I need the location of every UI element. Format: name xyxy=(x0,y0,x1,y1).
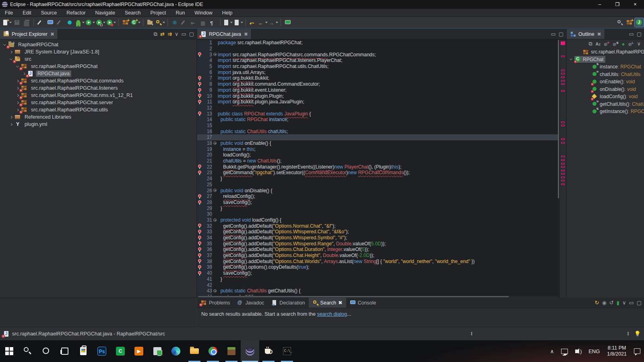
chevron-down-icon[interactable] xyxy=(16,64,19,67)
dropdown-arrow-icon[interactable] xyxy=(276,22,278,23)
ruler-error-marker[interactable] xyxy=(561,56,565,57)
java-editor-button[interactable] xyxy=(283,18,292,27)
chevron-right-icon[interactable] xyxy=(16,79,19,82)
ruler-error-marker[interactable] xyxy=(561,159,565,161)
taskbar-chrome-icon[interactable] xyxy=(204,340,222,362)
dropdown-arrow-icon[interactable] xyxy=(138,22,140,23)
ruler-error-marker[interactable] xyxy=(561,138,565,140)
run-button[interactable] xyxy=(85,18,95,27)
menu-item-navigate[interactable]: Navigate xyxy=(91,9,120,16)
ruler-error-marker[interactable] xyxy=(561,83,565,85)
dropdown-arrow-icon[interactable] xyxy=(241,22,243,23)
code-line-28[interactable]: 28 saveConfig(); xyxy=(197,200,559,206)
taskbar-java-icon[interactable] xyxy=(259,340,278,362)
maximize-icon[interactable]: ▢ xyxy=(637,31,642,37)
dropdown-arrow-icon[interactable] xyxy=(93,22,95,23)
show-whitespace-button[interactable]: ¶ xyxy=(209,18,218,27)
sort-az-icon[interactable]: AZ xyxy=(596,42,601,46)
overview-ruler[interactable] xyxy=(559,40,566,298)
hide-local-types-icon[interactable]: ⊘L xyxy=(628,41,634,47)
close-window-button[interactable]: × xyxy=(626,0,644,9)
pin-icon[interactable]: ▮ xyxy=(617,300,619,306)
chevron-down-icon[interactable] xyxy=(570,58,572,60)
menu-item-source[interactable]: Source xyxy=(36,9,62,16)
fold-marker-icon[interactable] xyxy=(212,140,218,146)
code-line-35[interactable]: 35 getConfig().addDefault("Options.Whisp… xyxy=(197,241,559,247)
taskbar-camtasia-icon[interactable]: C xyxy=(111,340,130,362)
back-button[interactable]: ← xyxy=(258,18,268,27)
tree-item-jre-system-library-javase-1-8-[interactable]: JRE System Library [JavaSE-1.8] xyxy=(0,48,196,56)
taskbar-eclipse-icon[interactable] xyxy=(241,340,259,362)
tree-item-src-raphael-raphaelrpgchat-server[interactable]: ×src.raphael.RaphaelRPGChat.server xyxy=(0,99,196,106)
coverage-button[interactable] xyxy=(65,18,74,27)
dropdown-arrow-icon[interactable] xyxy=(163,22,165,23)
maximize-icon[interactable]: ▢ xyxy=(189,31,194,37)
debug-server-button[interactable] xyxy=(46,18,55,27)
link-editor-icon[interactable]: ⇄ xyxy=(160,31,165,37)
code-line-31[interactable]: 31 protected void loadConfig() { xyxy=(197,217,559,223)
tips-lightbulb-icon[interactable]: 💡 xyxy=(634,331,641,337)
code-line-13[interactable]: 13public class RPGChat extends JavaPlugi… xyxy=(197,111,559,117)
menu-item-edit[interactable]: Edit xyxy=(18,9,36,16)
save-all-button[interactable] xyxy=(22,18,31,27)
tab-outline[interactable]: Outline ✖ xyxy=(567,29,605,39)
tab-javadoc[interactable]: @Javadoc xyxy=(234,298,268,308)
code-line-12[interactable]: 12 xyxy=(197,105,559,111)
code-line-27[interactable]: 27 reloadConfig(); xyxy=(197,193,559,200)
code-line-18[interactable]: 18 public void onEnable() { xyxy=(197,140,559,146)
tray-chevron-icon[interactable]: ∧ xyxy=(547,340,558,362)
outline-item-instance[interactable]: Sinstance : RPGChat xyxy=(567,63,644,71)
menu-item-project[interactable]: Project xyxy=(146,9,171,16)
tree-item-src-raphael-raphaelrpgchat-utils[interactable]: ×src.raphael.RaphaelRPGChat.utils xyxy=(0,106,196,113)
code-line-39[interactable]: 39 getConfig().options().copyDefaults(tr… xyxy=(197,264,559,270)
outline-item-getchatutils-[interactable]: SgetChatUtils() : ChatUtils xyxy=(567,101,644,108)
close-icon[interactable]: ✖ xyxy=(50,31,54,37)
view-menu-icon[interactable]: ∨ xyxy=(622,300,626,306)
outline-item-chatutils[interactable]: SchatUtils : ChatUtils xyxy=(567,71,644,78)
language-indicator[interactable]: ENG xyxy=(585,340,603,362)
chevron-right-icon[interactable] xyxy=(10,50,12,53)
block-select-button[interactable]: ▦ xyxy=(199,18,208,27)
tab-problems[interactable]: ×Problems xyxy=(197,298,234,308)
code-line-15[interactable]: 15 xyxy=(197,123,559,129)
minimize-icon[interactable]: ▭ xyxy=(181,31,186,37)
tree-item-raphaelrpgchat[interactable]: ×RaphaelRPGChat xyxy=(0,41,196,48)
code-line-9[interactable]: 9import org.bukkit.event.Listener; xyxy=(197,87,559,93)
taskbar-file-explorer-icon[interactable] xyxy=(185,340,204,362)
taskbar-media-player-icon[interactable]: ▶ xyxy=(130,340,148,362)
code-line-42[interactable]: 42 xyxy=(197,282,559,288)
hide-static-icon[interactable]: ⊘S xyxy=(613,41,619,47)
taskbar-photoshop-icon[interactable]: Ps xyxy=(93,340,111,362)
code-line-17[interactable]: 17 xyxy=(197,134,559,140)
menu-item-refactor[interactable]: Refactor xyxy=(62,9,90,16)
tree-item-referenced-libraries[interactable]: Referenced Libraries xyxy=(0,113,196,121)
tree-item-src-raphael-raphaelrpgchat[interactable]: ×src.raphael.RaphaelRPGChat xyxy=(0,63,196,70)
vertical-scrollbar[interactable] xyxy=(558,40,559,296)
fold-marker-icon[interactable] xyxy=(212,217,218,223)
chevron-right-icon[interactable] xyxy=(16,94,19,97)
collapse-all-icon[interactable]: ⧉ xyxy=(588,41,592,47)
chevron-down-icon[interactable] xyxy=(10,57,12,60)
restore-window-button[interactable]: ❐ xyxy=(609,0,626,9)
mark-occurrences-button[interactable] xyxy=(170,18,179,27)
minimize-icon[interactable]: ▭ xyxy=(551,31,555,37)
open-perspective-button[interactable]: + xyxy=(625,18,634,27)
outline-item-src-raphael-raphaelrpgchat[interactable]: src.raphael.RaphaelRPGChat xyxy=(567,48,644,56)
tab-project-explorer[interactable]: Project Explorer ✖ xyxy=(0,29,58,39)
tree-item-src-raphael-raphaelrpgchat-listeners[interactable]: ×src.raphael.RaphaelRPGChat.listeners xyxy=(0,84,196,92)
code-line-30[interactable]: 30 xyxy=(197,211,559,217)
minimize-icon[interactable]: ▭ xyxy=(629,31,634,37)
tab-declaration[interactable]: ➜Declaration xyxy=(268,298,308,308)
stop-icon[interactable]: ◉ xyxy=(602,300,606,306)
taskbar-edge-icon[interactable] xyxy=(167,340,185,362)
code-line-29[interactable]: 29 } xyxy=(197,205,559,211)
ruler-error-marker[interactable] xyxy=(561,170,565,171)
outline-item-ondisable-[interactable]: ×onDisable() : void xyxy=(567,86,644,93)
code-line-34[interactable]: 34 getConfig().addDefault("Options.Whisp… xyxy=(197,235,559,241)
fold-marker-icon[interactable] xyxy=(212,51,218,58)
dropdown-arrow-icon[interactable] xyxy=(230,22,233,23)
close-icon[interactable]: ✖ xyxy=(244,31,248,37)
taskbar-minecraft-icon[interactable] xyxy=(222,340,241,362)
code-line-21[interactable]: 21 chatUtils = new ChatUtils(); xyxy=(197,158,559,164)
tool-key-button[interactable] xyxy=(36,18,45,27)
